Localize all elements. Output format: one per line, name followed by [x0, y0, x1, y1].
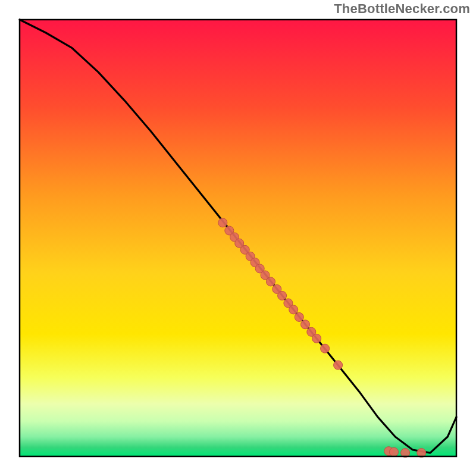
data-point: [390, 447, 399, 456]
data-point: [301, 320, 310, 329]
data-point: [278, 291, 287, 300]
chart-container: TheBottleNecker.com: [0, 0, 476, 476]
watermark-text: TheBottleNecker.com: [334, 1, 470, 17]
plot-area: [20, 20, 456, 458]
data-point: [321, 344, 330, 353]
data-point: [295, 312, 303, 321]
data-point: [289, 305, 298, 314]
data-point: [267, 277, 275, 286]
data-point: [312, 334, 321, 343]
bottleneck-chart: [0, 0, 476, 476]
data-point: [218, 218, 227, 227]
data-point: [334, 361, 343, 369]
